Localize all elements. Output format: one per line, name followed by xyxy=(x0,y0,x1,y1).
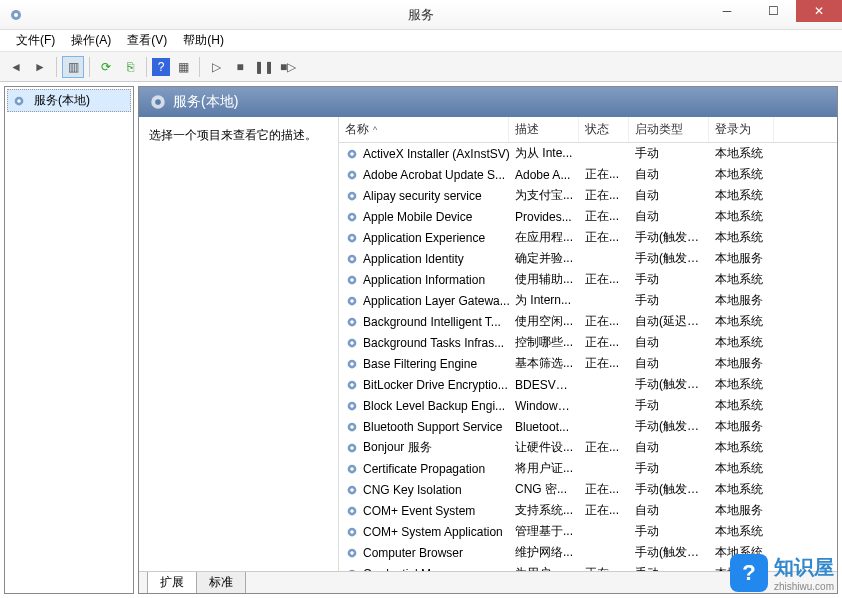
description-panel: 选择一个项目来查看它的描述。 xyxy=(139,117,339,571)
service-row[interactable]: Block Level Backup Engi...Windows...手动本地… xyxy=(339,395,837,416)
service-row[interactable]: BitLocker Drive Encryptio...BDESVC ...手动… xyxy=(339,374,837,395)
service-logon: 本地系统 xyxy=(709,228,774,247)
menu-view[interactable]: 查看(V) xyxy=(119,30,175,51)
gear-icon xyxy=(345,378,359,392)
service-status xyxy=(579,426,629,428)
service-logon: 本地系统 xyxy=(709,522,774,541)
service-row[interactable]: Bluetooth Support ServiceBluetoot...手动(触… xyxy=(339,416,837,437)
gear-icon xyxy=(345,399,359,413)
service-name: Base Filtering Engine xyxy=(363,357,477,371)
svg-point-45 xyxy=(350,551,354,555)
service-startup: 手动 xyxy=(629,522,709,541)
menu-file[interactable]: 文件(F) xyxy=(8,30,63,51)
menu-help[interactable]: 帮助(H) xyxy=(175,30,232,51)
forward-button[interactable]: ► xyxy=(29,56,51,78)
tree-item-services-local[interactable]: 服务(本地) xyxy=(7,89,131,112)
tab-extended[interactable]: 扩展 xyxy=(147,572,197,594)
service-desc: 将用户证... xyxy=(509,459,579,478)
service-row[interactable]: Background Intelligent T...使用空闲...正在...自… xyxy=(339,311,837,332)
service-name: COM+ System Application xyxy=(363,525,503,539)
service-logon: 本地服务 xyxy=(709,501,774,520)
stop-service-button[interactable]: ■ xyxy=(229,56,251,78)
column-startup[interactable]: 启动类型 xyxy=(629,117,709,142)
service-status: 正在... xyxy=(579,564,629,571)
maximize-button[interactable]: ☐ xyxy=(750,0,796,22)
start-service-button[interactable]: ▷ xyxy=(205,56,227,78)
service-row[interactable]: Alipay security service为支付宝...正在...自动本地系… xyxy=(339,185,837,206)
service-startup: 手动(触发器... xyxy=(629,543,709,562)
service-name: Apple Mobile Device xyxy=(363,210,472,224)
pause-service-button[interactable]: ❚❚ xyxy=(253,56,275,78)
service-row[interactable]: Application Experience在应用程...正在...手动(触发器… xyxy=(339,227,837,248)
column-status[interactable]: 状态 xyxy=(579,117,629,142)
service-name: Computer Browser xyxy=(363,546,463,560)
service-row[interactable]: ActiveX Installer (AxInstSV)为从 Inte...手动… xyxy=(339,143,837,164)
service-status: 正在... xyxy=(579,186,629,205)
service-name: Alipay security service xyxy=(363,189,482,203)
service-row[interactable]: Adobe Acrobat Update S...Adobe A...正在...… xyxy=(339,164,837,185)
svg-point-39 xyxy=(350,488,354,492)
service-row[interactable]: Base Filtering Engine基本筛选...正在...自动本地服务 xyxy=(339,353,837,374)
service-name: CNG Key Isolation xyxy=(363,483,462,497)
show-hide-tree-button[interactable]: ▥ xyxy=(62,56,84,78)
services-list[interactable]: 名称^ 描述 状态 启动类型 登录为 ActiveX Installer (Ax… xyxy=(339,117,837,571)
export-button[interactable]: ⎘ xyxy=(119,56,141,78)
separator xyxy=(89,57,90,77)
service-startup: 自动 xyxy=(629,354,709,373)
service-status: 正在... xyxy=(579,207,629,226)
gear-icon xyxy=(345,273,359,287)
service-row[interactable]: COM+ System Application管理基于...手动本地系统 xyxy=(339,521,837,542)
service-status xyxy=(579,468,629,470)
service-startup: 手动 xyxy=(629,144,709,163)
service-desc: 为从 Inte... xyxy=(509,144,579,163)
service-startup: 手动 xyxy=(629,291,709,310)
service-desc: 管理基于... xyxy=(509,522,579,541)
service-logon: 本地服务 xyxy=(709,249,774,268)
svg-point-37 xyxy=(350,467,354,471)
service-status: 正在... xyxy=(579,270,629,289)
service-startup: 手动 xyxy=(629,270,709,289)
service-startup: 手动(触发器... xyxy=(629,417,709,436)
close-button[interactable]: ✕ xyxy=(796,0,842,22)
svg-point-15 xyxy=(350,236,354,240)
tree-panel: 服务(本地) xyxy=(4,86,134,594)
service-row[interactable]: Application Identity确定并验...手动(触发器...本地服务 xyxy=(339,248,837,269)
service-status xyxy=(579,552,629,554)
service-status: 正在... xyxy=(579,480,629,499)
service-startup: 自动(延迟启... xyxy=(629,312,709,331)
service-name: Background Tasks Infras... xyxy=(363,336,504,350)
service-startup: 自动 xyxy=(629,333,709,352)
service-row[interactable]: COM+ Event System支持系统...正在...自动本地服务 xyxy=(339,500,837,521)
watermark-brand: 知识屋 xyxy=(774,556,834,578)
titlebar: 服务 ─ ☐ ✕ xyxy=(0,0,842,30)
back-button[interactable]: ◄ xyxy=(5,56,27,78)
restart-service-button[interactable]: ■▷ xyxy=(277,56,299,78)
service-row[interactable]: Apple Mobile DeviceProvides...正在...自动本地系… xyxy=(339,206,837,227)
service-logon: 本地系统 xyxy=(709,144,774,163)
help-button[interactable]: ? xyxy=(152,58,170,76)
svg-point-31 xyxy=(350,404,354,408)
service-desc: BDESVC ... xyxy=(509,377,579,393)
menubar: 文件(F) 操作(A) 查看(V) 帮助(H) xyxy=(0,30,842,52)
service-row[interactable]: Background Tasks Infras...控制哪些...正在...自动… xyxy=(339,332,837,353)
column-description[interactable]: 描述 xyxy=(509,117,579,142)
column-logon[interactable]: 登录为 xyxy=(709,117,774,142)
service-row[interactable]: Application Information使用辅助...正在...手动本地系… xyxy=(339,269,837,290)
service-status: 正在... xyxy=(579,354,629,373)
column-name[interactable]: 名称^ xyxy=(339,117,509,142)
menu-action[interactable]: 操作(A) xyxy=(63,30,119,51)
gear-icon xyxy=(345,504,359,518)
service-desc: 使用空闲... xyxy=(509,312,579,331)
service-desc: Adobe A... xyxy=(509,167,579,183)
service-row[interactable]: Application Layer Gatewa...为 Intern...手动… xyxy=(339,290,837,311)
svg-point-13 xyxy=(350,215,354,219)
tab-standard[interactable]: 标准 xyxy=(196,572,246,594)
refresh-button[interactable]: ⟳ xyxy=(95,56,117,78)
properties-button[interactable]: ▦ xyxy=(172,56,194,78)
service-row[interactable]: CNG Key IsolationCNG 密...正在...手动(触发器...本… xyxy=(339,479,837,500)
service-row[interactable]: Bonjour 服务让硬件设...正在...自动本地系统 xyxy=(339,437,837,458)
svg-point-21 xyxy=(350,299,354,303)
service-row[interactable]: Certificate Propagation将用户证...手动本地系统 xyxy=(339,458,837,479)
minimize-button[interactable]: ─ xyxy=(704,0,750,22)
service-startup: 自动 xyxy=(629,501,709,520)
